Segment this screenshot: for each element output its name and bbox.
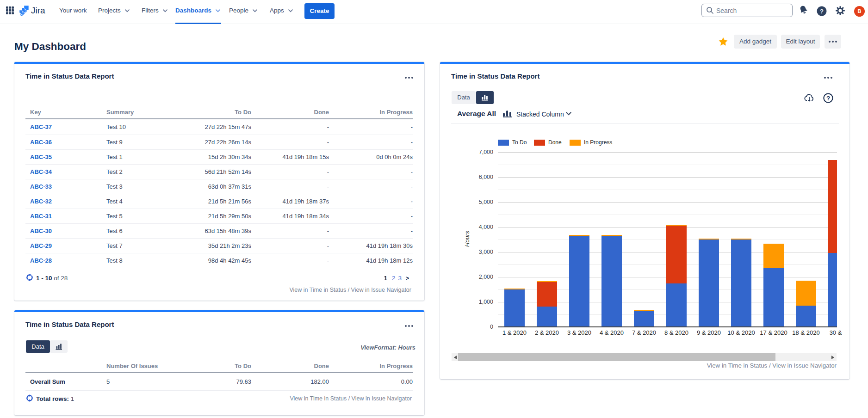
svg-text:?: ?	[826, 95, 830, 102]
svg-text:?: ?	[820, 8, 824, 15]
